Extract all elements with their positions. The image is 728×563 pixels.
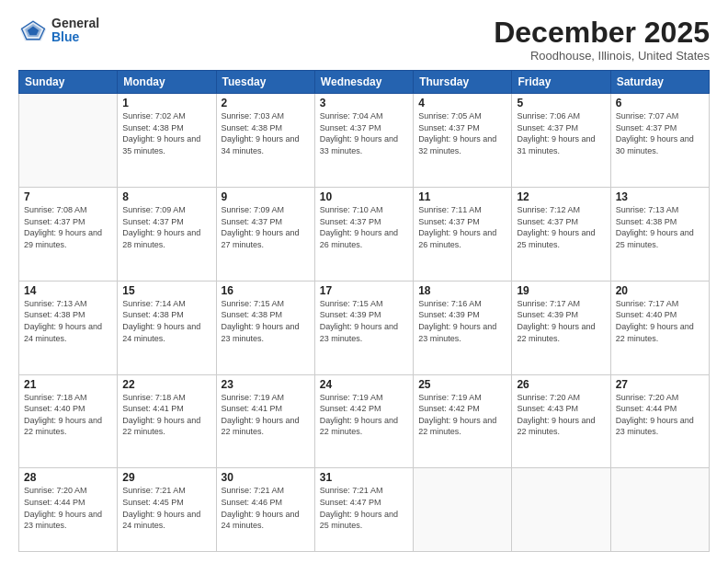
day-number: 7 — [24, 190, 112, 203]
day-info: Sunrise: 7:16 AMSunset: 4:39 PMDaylight:… — [418, 298, 506, 344]
day-info: Sunrise: 7:09 AMSunset: 4:37 PMDaylight:… — [222, 204, 310, 250]
day-number: 2 — [222, 97, 310, 109]
logo-general: General — [51, 17, 99, 30]
day-info: Sunrise: 7:17 AMSunset: 4:39 PMDaylight:… — [517, 298, 605, 344]
calendar-cell: 16Sunrise: 7:15 AMSunset: 4:38 PMDayligh… — [216, 281, 314, 374]
calendar-cell: 17Sunrise: 7:15 AMSunset: 4:39 PMDayligh… — [314, 281, 413, 374]
day-number: 10 — [320, 190, 408, 203]
calendar-cell: 31Sunrise: 7:21 AMSunset: 4:47 PMDayligh… — [314, 468, 413, 552]
calendar-cell: 26Sunrise: 7:20 AMSunset: 4:43 PMDayligh… — [512, 374, 610, 468]
day-number: 30 — [222, 471, 310, 484]
calendar-cell: 8Sunrise: 7:09 AMSunset: 4:37 PMDaylight… — [118, 188, 216, 282]
day-info: Sunrise: 7:10 AMSunset: 4:37 PMDaylight:… — [320, 204, 408, 250]
week-row: 14Sunrise: 7:13 AMSunset: 4:38 PMDayligh… — [19, 281, 710, 374]
calendar-cell: 18Sunrise: 7:16 AMSunset: 4:39 PMDayligh… — [414, 281, 512, 374]
day-info: Sunrise: 7:15 AMSunset: 4:38 PMDaylight:… — [222, 298, 310, 344]
day-number: 29 — [122, 471, 210, 484]
day-info: Sunrise: 7:17 AMSunset: 4:40 PMDaylight:… — [616, 298, 704, 344]
calendar-cell: 2Sunrise: 7:03 AMSunset: 4:38 PMDaylight… — [216, 94, 314, 188]
weekday-header: Saturday — [610, 71, 709, 94]
calendar-cell: 1Sunrise: 7:02 AMSunset: 4:38 PMDaylight… — [118, 94, 216, 188]
calendar: SundayMondayTuesdayWednesdayThursdayFrid… — [18, 70, 710, 552]
calendar-cell — [512, 468, 610, 552]
day-info: Sunrise: 7:20 AMSunset: 4:44 PMDaylight:… — [24, 485, 112, 531]
day-number: 20 — [616, 284, 704, 297]
weekday-header: Friday — [512, 71, 610, 94]
day-info: Sunrise: 7:14 AMSunset: 4:38 PMDaylight:… — [122, 298, 210, 344]
weekday-header-row: SundayMondayTuesdayWednesdayThursdayFrid… — [19, 71, 710, 94]
calendar-cell: 3Sunrise: 7:04 AMSunset: 4:37 PMDaylight… — [314, 94, 413, 188]
logo-text: General Blue — [51, 17, 99, 45]
calendar-cell: 13Sunrise: 7:13 AMSunset: 4:38 PMDayligh… — [610, 188, 709, 282]
logo-icon — [18, 17, 48, 43]
day-number: 3 — [320, 97, 408, 109]
day-number: 9 — [222, 190, 310, 203]
calendar-cell: 30Sunrise: 7:21 AMSunset: 4:46 PMDayligh… — [216, 468, 314, 552]
calendar-cell: 12Sunrise: 7:12 AMSunset: 4:37 PMDayligh… — [512, 188, 610, 282]
week-row: 21Sunrise: 7:18 AMSunset: 4:40 PMDayligh… — [19, 374, 710, 468]
day-info: Sunrise: 7:09 AMSunset: 4:37 PMDaylight:… — [122, 204, 210, 250]
day-info: Sunrise: 7:06 AMSunset: 4:37 PMDaylight:… — [517, 110, 605, 156]
day-number: 11 — [418, 190, 506, 203]
week-row: 7Sunrise: 7:08 AMSunset: 4:37 PMDaylight… — [19, 188, 710, 282]
weekday-header: Wednesday — [314, 71, 413, 94]
day-number: 6 — [616, 97, 704, 109]
day-info: Sunrise: 7:02 AMSunset: 4:38 PMDaylight:… — [122, 110, 210, 156]
calendar-cell: 25Sunrise: 7:19 AMSunset: 4:42 PMDayligh… — [414, 374, 512, 468]
calendar-cell: 10Sunrise: 7:10 AMSunset: 4:37 PMDayligh… — [314, 188, 413, 282]
day-info: Sunrise: 7:18 AMSunset: 4:41 PMDaylight:… — [122, 392, 210, 438]
month-title: December 2025 — [494, 17, 710, 49]
page: General Blue December 2025 Roodhouse, Il… — [0, 0, 728, 563]
calendar-cell: 9Sunrise: 7:09 AMSunset: 4:37 PMDaylight… — [216, 188, 314, 282]
location: Roodhouse, Illinois, United States — [494, 49, 710, 63]
day-number: 15 — [122, 284, 210, 297]
calendar-cell: 19Sunrise: 7:17 AMSunset: 4:39 PMDayligh… — [512, 281, 610, 374]
calendar-cell: 15Sunrise: 7:14 AMSunset: 4:38 PMDayligh… — [118, 281, 216, 374]
day-info: Sunrise: 7:20 AMSunset: 4:44 PMDaylight:… — [616, 392, 704, 438]
calendar-cell: 20Sunrise: 7:17 AMSunset: 4:40 PMDayligh… — [610, 281, 709, 374]
day-number: 16 — [222, 284, 310, 297]
calendar-cell: 21Sunrise: 7:18 AMSunset: 4:40 PMDayligh… — [19, 374, 118, 468]
day-number: 23 — [222, 378, 310, 391]
day-info: Sunrise: 7:05 AMSunset: 4:37 PMDaylight:… — [418, 110, 506, 156]
calendar-cell: 23Sunrise: 7:19 AMSunset: 4:41 PMDayligh… — [216, 374, 314, 468]
day-info: Sunrise: 7:19 AMSunset: 4:41 PMDaylight:… — [222, 392, 310, 438]
day-number: 4 — [418, 97, 506, 109]
logo-blue: Blue — [51, 30, 99, 44]
calendar-cell: 14Sunrise: 7:13 AMSunset: 4:38 PMDayligh… — [19, 281, 118, 374]
day-number: 1 — [122, 97, 210, 109]
header: General Blue December 2025 Roodhouse, Il… — [18, 17, 710, 63]
calendar-cell: 24Sunrise: 7:19 AMSunset: 4:42 PMDayligh… — [314, 374, 413, 468]
day-number: 19 — [517, 284, 605, 297]
calendar-cell: 4Sunrise: 7:05 AMSunset: 4:37 PMDaylight… — [414, 94, 512, 188]
calendar-cell — [19, 94, 118, 188]
calendar-cell: 6Sunrise: 7:07 AMSunset: 4:37 PMDaylight… — [610, 94, 709, 188]
day-info: Sunrise: 7:20 AMSunset: 4:43 PMDaylight:… — [517, 392, 605, 438]
day-number: 27 — [616, 378, 704, 391]
week-row: 28Sunrise: 7:20 AMSunset: 4:44 PMDayligh… — [19, 468, 710, 552]
day-info: Sunrise: 7:15 AMSunset: 4:39 PMDaylight:… — [320, 298, 408, 344]
day-info: Sunrise: 7:12 AMSunset: 4:37 PMDaylight:… — [517, 204, 605, 250]
day-number: 22 — [122, 378, 210, 391]
day-number: 26 — [517, 378, 605, 391]
calendar-cell: 29Sunrise: 7:21 AMSunset: 4:45 PMDayligh… — [118, 468, 216, 552]
day-number: 24 — [320, 378, 408, 391]
calendar-cell — [610, 468, 709, 552]
calendar-cell: 5Sunrise: 7:06 AMSunset: 4:37 PMDaylight… — [512, 94, 610, 188]
week-row: 1Sunrise: 7:02 AMSunset: 4:38 PMDaylight… — [19, 94, 710, 188]
calendar-cell: 28Sunrise: 7:20 AMSunset: 4:44 PMDayligh… — [19, 468, 118, 552]
day-info: Sunrise: 7:13 AMSunset: 4:38 PMDaylight:… — [616, 204, 704, 250]
day-info: Sunrise: 7:19 AMSunset: 4:42 PMDaylight:… — [418, 392, 506, 438]
weekday-header: Thursday — [414, 71, 512, 94]
day-info: Sunrise: 7:19 AMSunset: 4:42 PMDaylight:… — [320, 392, 408, 438]
day-info: Sunrise: 7:04 AMSunset: 4:37 PMDaylight:… — [320, 110, 408, 156]
day-number: 28 — [24, 471, 112, 484]
day-info: Sunrise: 7:21 AMSunset: 4:47 PMDaylight:… — [320, 485, 408, 531]
day-info: Sunrise: 7:07 AMSunset: 4:37 PMDaylight:… — [616, 110, 704, 156]
weekday-header: Tuesday — [216, 71, 314, 94]
title-block: December 2025 Roodhouse, Illinois, Unite… — [494, 17, 710, 63]
day-number: 21 — [24, 378, 112, 391]
weekday-header: Sunday — [19, 71, 118, 94]
day-info: Sunrise: 7:08 AMSunset: 4:37 PMDaylight:… — [24, 204, 112, 250]
day-info: Sunrise: 7:03 AMSunset: 4:38 PMDaylight:… — [222, 110, 310, 156]
